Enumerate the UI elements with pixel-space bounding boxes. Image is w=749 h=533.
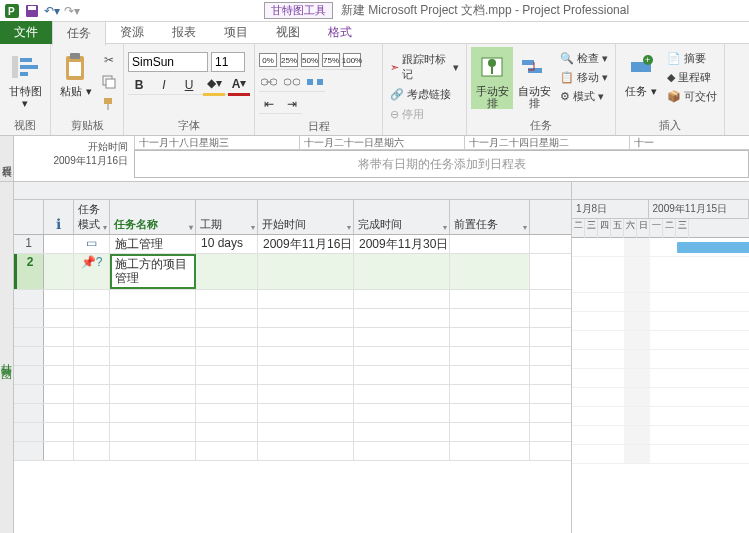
inspect-button[interactable]: 🔍检查▾ (557, 50, 611, 67)
font-size-select[interactable] (211, 52, 245, 72)
table-row[interactable] (14, 290, 571, 309)
window-title: 新建 Microsoft Project 文档.mpp - Project Pr… (341, 2, 629, 19)
col-pred[interactable]: 前置任务▾ (450, 200, 530, 234)
bold-button[interactable]: B (128, 74, 150, 96)
tab-project[interactable]: 项目 (210, 21, 262, 44)
copy-icon[interactable] (99, 72, 119, 92)
undo-icon[interactable]: ↶▾ (43, 2, 61, 20)
font-color-button[interactable]: A▾ (228, 74, 250, 96)
cut-icon[interactable]: ✂ (99, 50, 119, 70)
table-row[interactable] (14, 328, 571, 347)
outdent-icon[interactable]: ⇤ (259, 95, 279, 113)
timeline-label: 日程表 (0, 136, 14, 181)
tab-file[interactable]: 文件 (0, 21, 52, 44)
tab-resource[interactable]: 资源 (106, 21, 158, 44)
tab-format[interactable]: 格式 (314, 21, 366, 44)
gantt-week-1: 1月8日 (572, 200, 649, 218)
svg-text:P: P (8, 6, 15, 17)
svg-rect-20 (307, 79, 313, 85)
svg-point-23 (488, 59, 496, 67)
svg-rect-7 (20, 72, 28, 76)
manual-schedule-button[interactable]: 手动安排 (471, 47, 513, 109)
pct-50[interactable]: 50% (301, 53, 319, 67)
col-fin[interactable]: 完成时间▾ (354, 200, 450, 234)
svg-rect-3 (28, 6, 36, 10)
table-row[interactable]: 1 ▭ 施工管理 10 days 2009年11月16日 2009年11月30日 (14, 235, 571, 254)
app-icon: P (3, 2, 21, 20)
gantt-row (572, 238, 749, 257)
timeline-start-date: 2009年11月16日 (18, 154, 128, 168)
group-tasks-label: 任务 (471, 116, 611, 135)
tab-report[interactable]: 报表 (158, 21, 210, 44)
manual-mode-icon: 📌? (74, 254, 110, 289)
group-schedule-label: 日程 (259, 117, 378, 136)
table-row[interactable] (14, 347, 571, 366)
fill-color-button[interactable]: ◆▾ (203, 74, 225, 96)
svg-rect-4 (12, 56, 18, 78)
col-dur[interactable]: 工期▾ (196, 200, 258, 234)
font-name-select[interactable] (128, 52, 208, 72)
insert-task-button[interactable]: + 任务 ▾ (620, 47, 662, 97)
group-insert-label: 插入 (620, 116, 720, 135)
svg-rect-25 (522, 60, 534, 65)
timeline-hint[interactable]: 将带有日期的任务添加到日程表 (134, 150, 749, 178)
mode-button[interactable]: ⚙模式▾ (557, 88, 611, 105)
paste-button[interactable]: 粘贴 ▾ (55, 47, 97, 97)
table-row[interactable] (14, 423, 571, 442)
indent-icon[interactable]: ⇥ (282, 95, 302, 113)
col-id[interactable] (14, 200, 44, 234)
summary-button[interactable]: 📄摘要 (664, 50, 720, 67)
svg-rect-5 (20, 58, 32, 62)
col-start[interactable]: 开始时间▾ (258, 200, 354, 234)
group-clipboard-label: 剪贴板 (55, 116, 119, 135)
pct-25[interactable]: 25% (280, 53, 298, 67)
task-name-editing[interactable]: 施工方的项目管理 (110, 254, 196, 289)
svg-rect-18 (284, 79, 291, 85)
pct-75[interactable]: 75% (322, 53, 340, 67)
table-row[interactable] (14, 442, 571, 461)
pct-0[interactable]: 0% (259, 53, 277, 67)
table-row[interactable]: 2 📌? 施工方的项目管理 (14, 254, 571, 290)
svg-rect-13 (104, 98, 112, 104)
svg-rect-9 (70, 53, 80, 59)
auto-schedule-button[interactable]: 自动安排 (513, 47, 555, 109)
deliverable-button[interactable]: 📦可交付 (664, 88, 720, 105)
unlink-tasks-icon[interactable] (282, 73, 302, 91)
auto-mode-icon: ▭ (74, 235, 110, 253)
table-row[interactable] (14, 404, 571, 423)
svg-rect-19 (293, 79, 300, 85)
table-row[interactable] (14, 385, 571, 404)
table-row[interactable] (14, 309, 571, 328)
split-task-icon[interactable] (305, 73, 325, 91)
respect-links-button[interactable]: ➣跟踪时标记 ▾ (387, 51, 462, 83)
group-font-label: 字体 (128, 116, 250, 135)
col-mode[interactable]: 任务模式▾ (74, 200, 110, 234)
tab-view[interactable]: 视图 (262, 21, 314, 44)
svg-rect-12 (106, 79, 115, 88)
move-button[interactable]: 📋移动▾ (557, 69, 611, 86)
deactivate-button[interactable]: ⊖停用 (387, 106, 427, 123)
link-tasks-icon[interactable] (259, 73, 279, 91)
tab-task[interactable]: 任务 (52, 21, 106, 46)
gantt-row (572, 257, 749, 293)
gantt-bar[interactable] (677, 242, 749, 253)
underline-button[interactable]: U (178, 74, 200, 96)
redo-icon[interactable]: ↷▾ (63, 2, 81, 20)
table-row[interactable] (14, 366, 571, 385)
contextual-tab-label: 甘特图工具 (264, 2, 333, 19)
group-view-label: 视图 (4, 116, 46, 135)
milestone-button[interactable]: ◆里程碑 (664, 69, 720, 86)
view-side-label: 甘特图 (0, 182, 14, 533)
svg-rect-6 (20, 65, 38, 69)
gantt-week-2: 2009年11月15日 (649, 200, 749, 218)
italic-button[interactable]: I (153, 74, 175, 96)
svg-text:+: + (645, 55, 650, 65)
col-info[interactable]: ℹ (44, 200, 74, 234)
svg-rect-21 (317, 79, 323, 85)
pct-100[interactable]: 100% (343, 53, 361, 67)
consider-links-button[interactable]: 🔗考虑链接 (387, 86, 454, 103)
format-painter-icon[interactable] (99, 94, 119, 114)
save-icon[interactable] (23, 2, 41, 20)
col-name[interactable]: 任务名称▾ (110, 200, 196, 234)
gantt-view-button[interactable]: 甘特图 ▾ (4, 47, 46, 109)
